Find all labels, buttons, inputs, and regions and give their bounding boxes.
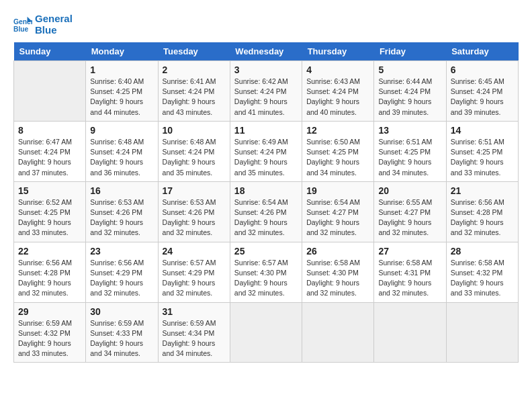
day-info: Sunrise: 6:54 AMSunset: 4:27 PMDaylight:… [306,197,369,238]
calendar-cell: 19Sunrise: 6:54 AMSunset: 4:27 PMDayligh… [302,181,374,242]
day-info: Sunrise: 6:52 AMSunset: 4:25 PMDaylight:… [18,197,81,238]
calendar-cell [374,302,446,363]
logo-text: GeneralBlue [35,13,73,36]
calendar-cell: 17Sunrise: 6:53 AMSunset: 4:26 PMDayligh… [158,181,230,242]
day-number: 25 [234,246,298,257]
day-number: 23 [90,246,153,257]
calendar-cell: 14Sunrise: 6:51 AMSunset: 4:25 PMDayligh… [446,121,518,181]
day-number: 26 [306,246,369,257]
day-info: Sunrise: 6:51 AMSunset: 4:25 PMDaylight:… [378,137,441,178]
day-number: 17 [163,185,226,196]
day-number: 2 [163,64,226,75]
day-number: 1 [90,64,153,75]
calendar-cell: 21Sunrise: 6:56 AMSunset: 4:28 PMDayligh… [446,181,518,242]
calendar-cell: 5Sunrise: 6:44 AMSunset: 4:24 PMDaylight… [374,61,446,122]
day-info: Sunrise: 6:57 AMSunset: 4:30 PMDaylight:… [234,258,298,299]
weekday-header-thursday: Thursday [302,42,374,61]
day-info: Sunrise: 6:48 AMSunset: 4:24 PMDaylight:… [90,137,153,178]
day-info: Sunrise: 6:56 AMSunset: 4:28 PMDaylight:… [451,197,514,238]
day-number: 10 [163,125,226,136]
day-info: Sunrise: 6:47 AMSunset: 4:24 PMDaylight:… [18,137,81,178]
day-number: 31 [163,306,226,317]
day-info: Sunrise: 6:59 AMSunset: 4:32 PMDaylight:… [18,318,81,359]
calendar-cell [14,61,86,122]
calendar-cell: 6Sunrise: 6:45 AMSunset: 4:24 PMDaylight… [446,61,518,122]
calendar-cell: 30Sunrise: 6:59 AMSunset: 4:33 PMDayligh… [86,302,158,363]
calendar-cell: 18Sunrise: 6:54 AMSunset: 4:26 PMDayligh… [230,181,302,242]
day-info: Sunrise: 6:53 AMSunset: 4:26 PMDaylight:… [163,197,226,238]
calendar-table: SundayMondayTuesdayWednesdayThursdayFrid… [13,42,519,363]
day-info: Sunrise: 6:50 AMSunset: 4:25 PMDaylight:… [306,137,369,178]
calendar-cell: 29Sunrise: 6:59 AMSunset: 4:32 PMDayligh… [14,302,86,363]
day-number: 19 [306,185,369,196]
calendar-cell: 26Sunrise: 6:58 AMSunset: 4:30 PMDayligh… [302,242,374,302]
calendar-cell: 28Sunrise: 6:58 AMSunset: 4:32 PMDayligh… [446,242,518,302]
day-number: 21 [451,185,514,196]
page-header: General Blue GeneralBlue [13,13,519,36]
calendar-cell: 11Sunrise: 6:49 AMSunset: 4:24 PMDayligh… [230,121,302,181]
calendar-cell: 15Sunrise: 6:52 AMSunset: 4:25 PMDayligh… [14,181,86,242]
day-info: Sunrise: 6:59 AMSunset: 4:34 PMDaylight:… [163,318,226,359]
day-number: 14 [451,125,514,136]
calendar-cell: 13Sunrise: 6:51 AMSunset: 4:25 PMDayligh… [374,121,446,181]
calendar-cell [446,302,518,363]
day-info: Sunrise: 6:58 AMSunset: 4:31 PMDaylight:… [378,258,441,299]
calendar-cell: 9Sunrise: 6:48 AMSunset: 4:24 PMDaylight… [86,121,158,181]
day-info: Sunrise: 6:48 AMSunset: 4:24 PMDaylight:… [163,137,226,178]
weekday-header-friday: Friday [374,42,446,61]
weekday-header-wednesday: Wednesday [230,42,302,61]
day-info: Sunrise: 6:58 AMSunset: 4:30 PMDaylight:… [306,258,369,299]
day-info: Sunrise: 6:44 AMSunset: 4:24 PMDaylight:… [378,77,441,118]
logo-icon: General Blue [13,15,32,34]
day-number: 27 [378,246,441,257]
day-number: 16 [90,185,153,196]
day-info: Sunrise: 6:55 AMSunset: 4:27 PMDaylight:… [378,197,441,238]
calendar-cell [302,302,374,363]
day-number: 5 [378,64,441,75]
calendar-cell: 25Sunrise: 6:57 AMSunset: 4:30 PMDayligh… [230,242,302,302]
svg-text:Blue: Blue [13,26,29,33]
day-info: Sunrise: 6:57 AMSunset: 4:29 PMDaylight:… [163,258,226,299]
day-number: 22 [18,246,81,257]
day-number: 18 [234,185,298,196]
day-info: Sunrise: 6:54 AMSunset: 4:26 PMDaylight:… [234,197,298,238]
calendar-cell: 10Sunrise: 6:48 AMSunset: 4:24 PMDayligh… [158,121,230,181]
day-number: 11 [234,125,298,136]
day-number: 9 [90,125,153,136]
calendar-cell: 20Sunrise: 6:55 AMSunset: 4:27 PMDayligh… [374,181,446,242]
day-info: Sunrise: 6:40 AMSunset: 4:25 PMDaylight:… [90,77,153,118]
day-info: Sunrise: 6:59 AMSunset: 4:33 PMDaylight:… [90,318,153,359]
day-info: Sunrise: 6:41 AMSunset: 4:24 PMDaylight:… [163,77,226,118]
calendar-cell: 24Sunrise: 6:57 AMSunset: 4:29 PMDayligh… [158,242,230,302]
calendar-cell: 3Sunrise: 6:42 AMSunset: 4:24 PMDaylight… [230,61,302,122]
day-number: 30 [90,306,153,317]
weekday-header-sunday: Sunday [14,42,86,61]
calendar-cell: 4Sunrise: 6:43 AMSunset: 4:24 PMDaylight… [302,61,374,122]
calendar-cell: 22Sunrise: 6:56 AMSunset: 4:28 PMDayligh… [14,242,86,302]
calendar-cell [230,302,302,363]
day-info: Sunrise: 6:42 AMSunset: 4:24 PMDaylight:… [234,77,298,118]
day-number: 4 [306,64,369,75]
day-number: 6 [451,64,514,75]
weekday-header-monday: Monday [86,42,158,61]
day-number: 20 [378,185,441,196]
logo: General Blue GeneralBlue [13,13,73,36]
day-number: 13 [378,125,441,136]
day-number: 12 [306,125,369,136]
day-number: 3 [234,64,298,75]
calendar-cell: 31Sunrise: 6:59 AMSunset: 4:34 PMDayligh… [158,302,230,363]
calendar-cell: 2Sunrise: 6:41 AMSunset: 4:24 PMDaylight… [158,61,230,122]
day-info: Sunrise: 6:56 AMSunset: 4:29 PMDaylight:… [90,258,153,299]
day-info: Sunrise: 6:43 AMSunset: 4:24 PMDaylight:… [306,77,369,118]
day-info: Sunrise: 6:56 AMSunset: 4:28 PMDaylight:… [18,258,81,299]
day-info: Sunrise: 6:51 AMSunset: 4:25 PMDaylight:… [451,137,514,178]
calendar-cell: 27Sunrise: 6:58 AMSunset: 4:31 PMDayligh… [374,242,446,302]
day-info: Sunrise: 6:49 AMSunset: 4:24 PMDaylight:… [234,137,298,178]
calendar-cell: 23Sunrise: 6:56 AMSunset: 4:29 PMDayligh… [86,242,158,302]
calendar-cell: 16Sunrise: 6:53 AMSunset: 4:26 PMDayligh… [86,181,158,242]
day-info: Sunrise: 6:53 AMSunset: 4:26 PMDaylight:… [90,197,153,238]
calendar-cell: 8Sunrise: 6:47 AMSunset: 4:24 PMDaylight… [14,121,86,181]
day-number: 15 [18,185,81,196]
day-number: 29 [18,306,81,317]
weekday-header-saturday: Saturday [446,42,518,61]
